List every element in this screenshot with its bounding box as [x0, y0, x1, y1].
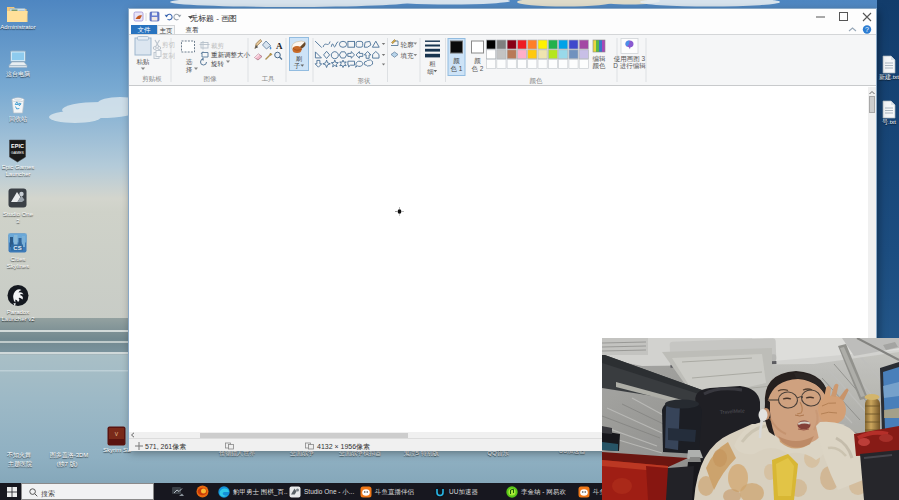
svg-text:颜色: 颜色 — [593, 62, 607, 69]
svg-text:GAMES: GAMES — [11, 151, 25, 155]
svg-text:?: ? — [865, 26, 869, 33]
svg-text:颜: 颜 — [453, 57, 460, 64]
svg-text:编辑: 编辑 — [593, 55, 607, 62]
svg-text:填充: 填充 — [400, 52, 415, 60]
svg-text:粘贴: 粘贴 — [137, 58, 151, 66]
svg-text:颜色: 颜色 — [530, 77, 544, 84]
svg-text:色 2: 色 2 — [472, 65, 484, 72]
svg-text:裁剪: 裁剪 — [211, 42, 225, 50]
svg-text:粗: 粗 — [429, 60, 436, 67]
svg-text:刷: 刷 — [296, 55, 303, 62]
svg-text:轮廓: 轮廓 — [401, 41, 415, 49]
svg-text:重新调整大小: 重新调整大小 — [211, 51, 251, 59]
svg-text:颜: 颜 — [474, 57, 481, 64]
svg-text:形状: 形状 — [358, 77, 372, 85]
svg-text:工具: 工具 — [262, 75, 276, 82]
svg-text:子: 子 — [294, 62, 301, 70]
svg-text:A: A — [276, 41, 283, 51]
svg-text:旋转: 旋转 — [211, 60, 225, 68]
svg-text:EPIC: EPIC — [11, 143, 24, 149]
svg-text:图像: 图像 — [204, 75, 218, 82]
svg-text:色 1: 色 1 — [451, 65, 463, 72]
svg-text:D 进行编辑: D 进行编辑 — [613, 62, 646, 70]
svg-text:剪切: 剪切 — [162, 41, 175, 49]
svg-text:复制: 复制 — [162, 52, 175, 60]
svg-text:剪贴板: 剪贴板 — [142, 75, 162, 83]
svg-text:CS: CS — [13, 245, 21, 251]
svg-text:择: 择 — [186, 66, 193, 73]
svg-text:细: 细 — [427, 68, 434, 76]
